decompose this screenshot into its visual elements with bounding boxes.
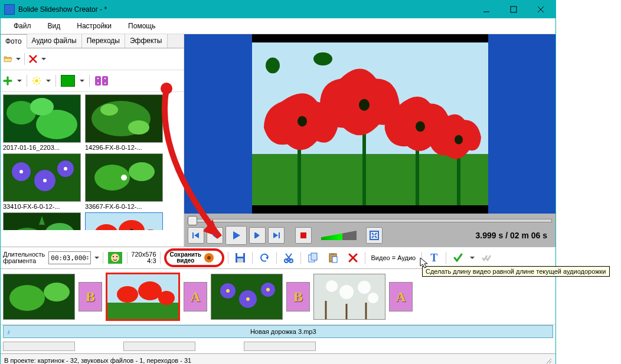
svg-rect-86 xyxy=(237,258,243,263)
film-icon[interactable] xyxy=(94,75,111,87)
timeline-clip[interactable] xyxy=(313,274,385,320)
svg-point-103 xyxy=(138,281,162,300)
delete-dropdown-icon[interactable] xyxy=(41,57,46,61)
tab-audio[interactable]: Аудио файлы xyxy=(27,34,82,48)
mouse-cursor-icon xyxy=(420,257,429,269)
svg-point-80 xyxy=(113,256,114,257)
timeline-row-2[interactable] xyxy=(1,340,555,353)
svg-point-25 xyxy=(100,104,118,116)
timeline-clip[interactable] xyxy=(211,274,283,320)
thumb-item[interactable]: 14296-FX-8-0-12-... xyxy=(85,94,165,151)
tab-effects[interactable]: Эффекты xyxy=(125,34,168,48)
svg-rect-73 xyxy=(279,232,280,238)
brightness-dropdown-icon[interactable] xyxy=(46,78,51,83)
timeline-ghost[interactable] xyxy=(244,342,316,351)
timeline-clip[interactable] xyxy=(3,274,75,320)
thumb-caption: 14296-FX-8-0-12-... xyxy=(85,143,165,151)
preview-panel: 3.999 s / 02 m 06 s xyxy=(184,34,555,247)
delete-button[interactable] xyxy=(345,250,361,266)
fullscreen-button[interactable] xyxy=(366,227,383,244)
cut-button[interactable] xyxy=(280,250,297,266)
timeline-video-track[interactable]: B A B A xyxy=(1,269,555,325)
next-frame-button[interactable] xyxy=(249,227,266,244)
save-project-button[interactable] xyxy=(232,250,249,266)
menu-file[interactable]: Файл xyxy=(5,21,40,31)
timeline-transition[interactable]: A xyxy=(389,282,413,311)
timeline-clip-selected[interactable] xyxy=(106,273,180,321)
video-equals-audio-button[interactable]: Видео = Аудио xyxy=(369,253,419,263)
apply-all-button[interactable] xyxy=(478,250,495,266)
skip-end-button[interactable] xyxy=(268,227,285,244)
timeline-transition[interactable]: A xyxy=(184,282,207,311)
thumb-caption: 33410-FX-6-0-12-... xyxy=(3,202,83,210)
thumb-item[interactable]: 33410-FX-6-0-12-... xyxy=(3,153,83,210)
thumb-item[interactable]: 2017-01-16_2203... xyxy=(3,94,83,151)
timeline-ghost[interactable] xyxy=(3,342,75,351)
svg-point-64 xyxy=(313,53,332,65)
color-swatch[interactable] xyxy=(61,75,75,87)
timeline-audio-track[interactable]: ♪ Новая дорожка 3.mp3 xyxy=(3,325,553,338)
svg-point-99 xyxy=(44,283,70,301)
thumb-item[interactable]: 33743-FX-6-0-12-... xyxy=(3,212,83,230)
svg-marker-87 xyxy=(266,256,268,260)
save-video-button[interactable]: Сохранитьвидео xyxy=(164,248,224,267)
svg-marker-66 xyxy=(194,232,199,238)
duration-dropdown-icon[interactable] xyxy=(94,255,99,260)
menu-settings[interactable]: Настройки xyxy=(68,21,120,31)
svg-point-62 xyxy=(455,135,463,145)
svg-point-111 xyxy=(266,288,270,291)
svg-rect-71 xyxy=(254,232,256,238)
apply-dropdown-icon[interactable] xyxy=(470,255,475,260)
svg-rect-85 xyxy=(237,253,243,257)
apply-button[interactable] xyxy=(450,250,466,266)
copy-button[interactable] xyxy=(305,250,321,266)
svg-line-10 xyxy=(38,83,40,84)
thumb-item[interactable]: 37055-FX-6-0-12-... xyxy=(85,212,165,230)
close-button[interactable] xyxy=(527,1,554,18)
svg-line-120 xyxy=(547,359,551,363)
timeline-transition[interactable]: B xyxy=(79,282,102,311)
svg-point-115 xyxy=(358,281,371,294)
undo-button[interactable] xyxy=(256,250,273,266)
add-icon[interactable] xyxy=(3,76,12,86)
svg-marker-77 xyxy=(86,258,89,260)
svg-marker-72 xyxy=(273,232,278,238)
folder-dropdown-icon[interactable] xyxy=(16,57,21,61)
play-button[interactable] xyxy=(225,226,247,245)
add-dropdown-icon[interactable] xyxy=(17,78,22,83)
delete-icon[interactable] xyxy=(28,54,38,64)
svg-rect-95 xyxy=(331,253,335,255)
svg-point-110 xyxy=(246,297,250,301)
brightness-icon[interactable] xyxy=(32,76,41,86)
timeline-ghost[interactable] xyxy=(123,342,195,351)
resize-grip-icon[interactable] xyxy=(545,357,552,364)
svg-point-102 xyxy=(117,286,138,303)
menu-view[interactable]: Вид xyxy=(40,21,69,31)
format-aspect: 4:3 xyxy=(131,258,156,264)
tab-photo[interactable]: Фото xyxy=(1,34,27,48)
seek-knob[interactable] xyxy=(188,216,197,225)
svg-line-121 xyxy=(549,361,551,363)
paste-button[interactable] xyxy=(325,250,341,266)
stop-button[interactable] xyxy=(295,227,312,244)
thumb-item[interactable]: 33667-FX-6-0-12-... xyxy=(85,153,165,210)
volume-meter[interactable] xyxy=(321,231,357,240)
prev-frame-button[interactable] xyxy=(207,227,223,244)
fragment-duration-input[interactable]: 00:03,000 xyxy=(48,251,91,264)
timecode: 3.999 s / 02 m 06 s xyxy=(476,231,552,240)
skip-start-button[interactable] xyxy=(188,227,204,244)
folder-open-icon[interactable] xyxy=(3,54,12,64)
minimize-button[interactable] xyxy=(473,1,500,18)
menu-help[interactable]: Помощь xyxy=(120,21,164,31)
fragment-duration-label: Длительность фрагмента xyxy=(3,251,45,264)
preview-frame xyxy=(252,34,488,214)
svg-marker-69 xyxy=(233,231,240,240)
svg-marker-70 xyxy=(256,232,260,238)
color-dropdown-icon[interactable] xyxy=(80,78,84,83)
tab-transitions[interactable]: Переходы xyxy=(82,34,125,48)
timeline-transition[interactable]: B xyxy=(286,282,310,311)
face-button[interactable] xyxy=(107,250,123,266)
maximize-button[interactable] xyxy=(500,1,527,18)
seek-bar[interactable] xyxy=(188,216,552,224)
svg-point-31 xyxy=(19,170,23,173)
